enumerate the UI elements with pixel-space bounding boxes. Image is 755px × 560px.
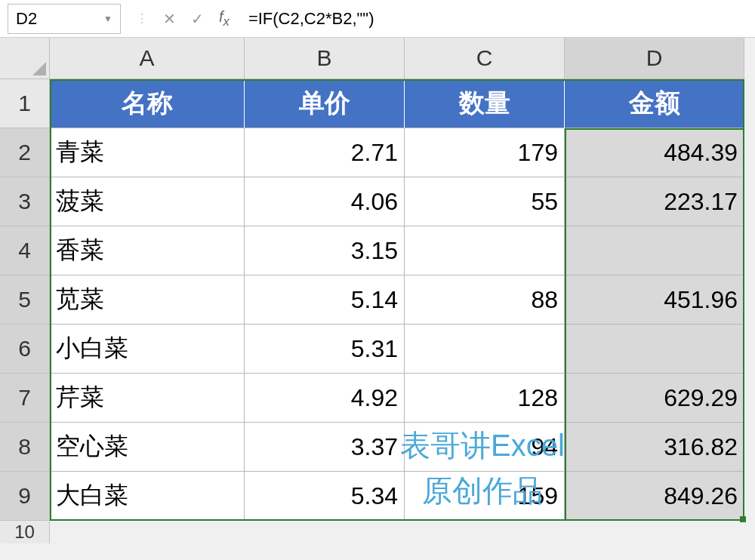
cell-B8[interactable]: 3.37 <box>245 423 405 472</box>
cell-C6[interactable] <box>405 325 565 374</box>
cell-B6[interactable]: 5.31 <box>245 325 405 374</box>
data-row-4: 4 香菜 3.15 <box>0 226 755 275</box>
data-row-2: 2 青菜 2.71 179 484.39 <box>0 128 755 177</box>
formula-bar: D2 ▼ ⋮ ✕ ✓ fx <box>0 0 755 38</box>
cell-C5[interactable]: 88 <box>405 275 565 325</box>
row-header-5[interactable]: 5 <box>0 275 50 325</box>
data-row-5: 5 苋菜 5.14 88 451.96 <box>0 275 755 325</box>
cell-C2[interactable]: 179 <box>405 128 565 177</box>
name-box[interactable]: D2 ▼ <box>8 4 121 34</box>
col-header-B[interactable]: B <box>245 38 405 79</box>
cell-B4[interactable]: 3.15 <box>245 226 405 275</box>
cell-D3[interactable]: 223.17 <box>565 177 744 226</box>
formula-input[interactable] <box>241 4 755 34</box>
name-box-value: D2 <box>16 9 103 29</box>
col-header-C[interactable]: C <box>405 38 565 79</box>
cell-A9[interactable]: 大白菜 <box>50 472 245 521</box>
cell-A2[interactable]: 青菜 <box>50 128 245 177</box>
row-header-2[interactable]: 2 <box>0 128 50 177</box>
data-row-1: 1 名称 单价 数量 金额 <box>0 79 755 128</box>
header-cell-amount[interactable]: 金额 <box>565 79 744 128</box>
cancel-icon[interactable]: ✕ <box>163 10 176 28</box>
cell-A6[interactable]: 小白菜 <box>50 325 245 374</box>
confirm-icon[interactable]: ✓ <box>191 10 204 28</box>
formula-controls: ⋮ ✕ ✓ fx <box>125 8 241 29</box>
cell-C7[interactable]: 128 <box>405 374 565 423</box>
row-header-8[interactable]: 8 <box>0 423 50 472</box>
data-row-7: 7 芹菜 4.92 128 629.29 <box>0 374 755 423</box>
divider-icon: ⋮ <box>136 11 148 26</box>
cell-D7[interactable]: 629.29 <box>565 374 744 423</box>
row-header-7[interactable]: 7 <box>0 374 50 423</box>
cell-D4[interactable] <box>565 226 744 275</box>
row-header-9[interactable]: 9 <box>0 472 50 521</box>
row-header-4[interactable]: 4 <box>0 226 50 275</box>
cell-C3[interactable]: 55 <box>405 177 565 226</box>
cell-D8[interactable]: 316.82 <box>565 423 744 472</box>
cell-C4[interactable] <box>405 226 565 275</box>
cell-C8[interactable]: 94 <box>405 423 565 472</box>
cell-D2[interactable]: 484.39 <box>565 128 744 177</box>
spreadsheet: A B C D 1 名称 单价 数量 金额 2 青菜 2.71 179 484.… <box>0 38 755 543</box>
cell-A4[interactable]: 香菜 <box>50 226 245 275</box>
cell-B2[interactable]: 2.71 <box>245 128 405 177</box>
cell-B3[interactable]: 4.06 <box>245 177 405 226</box>
column-headers-row: A B C D <box>0 38 755 79</box>
row-header-1[interactable]: 1 <box>0 79 50 128</box>
cell-A8[interactable]: 空心菜 <box>50 423 245 472</box>
cell-A3[interactable]: 菠菜 <box>50 177 245 226</box>
header-cell-name[interactable]: 名称 <box>50 79 245 128</box>
header-cell-price[interactable]: 单价 <box>245 79 405 128</box>
row-header-6[interactable]: 6 <box>0 325 50 374</box>
cell-C9[interactable]: 159 <box>405 472 565 521</box>
header-cell-quantity[interactable]: 数量 <box>405 79 565 128</box>
cell-D9[interactable]: 849.26 <box>565 472 744 521</box>
cell-B9[interactable]: 5.34 <box>245 472 405 521</box>
data-row-9: 9 大白菜 5.34 159 849.26 <box>0 472 755 521</box>
data-row-10: 10 <box>0 521 755 543</box>
data-row-6: 6 小白菜 5.31 <box>0 325 755 374</box>
select-all-corner[interactable] <box>0 38 50 79</box>
col-header-D[interactable]: D <box>565 38 744 79</box>
cell-B7[interactable]: 4.92 <box>245 374 405 423</box>
row-header-3[interactable]: 3 <box>0 177 50 226</box>
dropdown-icon[interactable]: ▼ <box>103 14 112 24</box>
row-header-10[interactable]: 10 <box>0 521 50 543</box>
col-header-A[interactable]: A <box>50 38 245 79</box>
cell-A5[interactable]: 苋菜 <box>50 275 245 325</box>
cell-A7[interactable]: 芹菜 <box>50 374 245 423</box>
fx-icon[interactable]: fx <box>219 8 230 29</box>
cell-D6[interactable] <box>565 325 744 374</box>
cell-D5[interactable]: 451.96 <box>565 275 744 325</box>
data-row-8: 8 空心菜 3.37 94 316.82 <box>0 423 755 472</box>
data-row-3: 3 菠菜 4.06 55 223.17 <box>0 177 755 226</box>
cell-B5[interactable]: 5.14 <box>245 275 405 325</box>
